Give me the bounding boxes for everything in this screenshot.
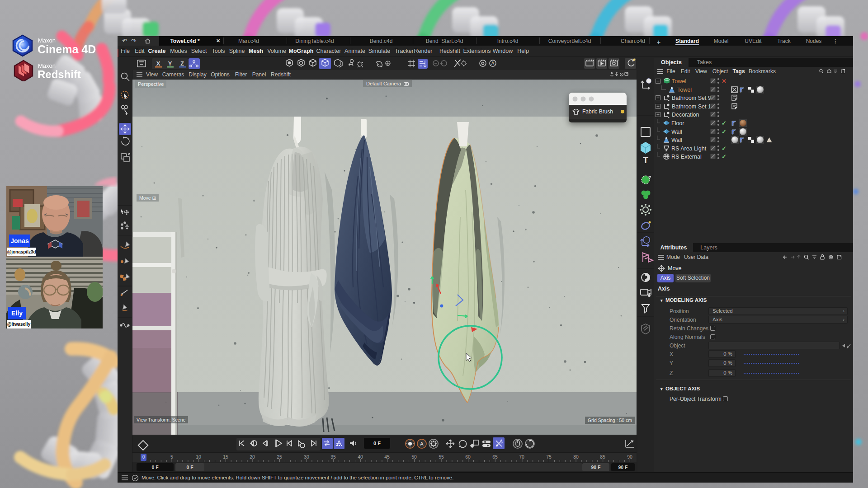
svg-text:X: X <box>156 60 160 67</box>
svg-text:Y: Y <box>168 60 172 67</box>
svg-text:T: T <box>643 155 648 165</box>
svg-text:A: A <box>491 61 495 66</box>
svg-text:Z: Z <box>180 60 184 67</box>
svg-text:A: A <box>420 441 424 446</box>
